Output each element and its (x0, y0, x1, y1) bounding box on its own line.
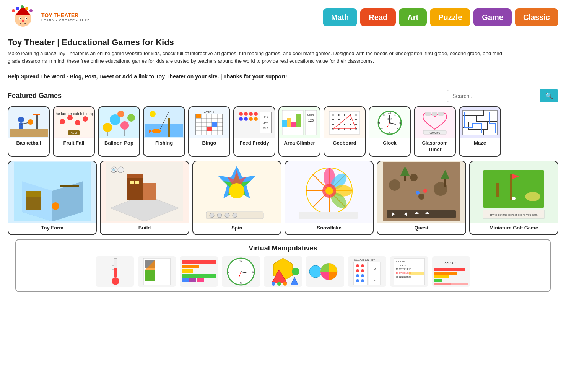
svg-point-66 (254, 117, 258, 121)
game-card-classroom-timer[interactable]: 00:00:01 Classroom Timer (414, 106, 456, 157)
game-card-fruit-fall[interactable]: Help the farmer catch the apples. Start … (53, 106, 95, 157)
svg-point-94 (344, 124, 345, 125)
game-card-area-climber[interactable]: Score 120 Area Climber (278, 106, 320, 157)
game-card-quest[interactable]: Quest (377, 161, 466, 235)
svg-rect-39 (168, 118, 170, 137)
svg-point-237 (356, 264, 359, 267)
svg-text:9: 9 (378, 121, 380, 125)
svg-text:Help the farmer catch the appl: Help the farmer catch the apples. (55, 112, 93, 116)
svg-text:6 7 8 9 10: 6 7 8 9 10 (396, 264, 406, 267)
game-card-miniature-golf[interactable]: Try to get the lowest score you can. Min… (469, 161, 558, 235)
svg-text:1+8= 7: 1+8= 7 (204, 110, 215, 114)
svg-point-239 (356, 269, 359, 272)
game-card-feed-freddy[interactable]: 4+8 3+7 5+6 Feed Freddy (233, 106, 275, 157)
vm-clock[interactable]: 12 3 6 9 (222, 256, 260, 287)
featured-title: Featured Games (8, 92, 62, 100)
search-input[interactable] (447, 90, 538, 102)
game-card-snowflake[interactable]: Snowflake (285, 161, 374, 235)
svg-point-173 (325, 187, 333, 195)
search-button[interactable]: 🔍 (540, 89, 558, 102)
svg-rect-145 (127, 174, 143, 178)
game-card-clock[interactable]: 12 3 6 9 1 11 4 8 3:37 Clock (369, 106, 411, 157)
svg-rect-73 (282, 120, 287, 127)
svg-text:12: 12 (239, 259, 243, 263)
svg-point-83 (338, 114, 340, 116)
nav-game-button[interactable]: Game (473, 8, 512, 26)
nav-art-button[interactable]: Art (399, 8, 427, 26)
nav-classic-button[interactable]: Classic (515, 8, 558, 26)
svg-point-238 (361, 264, 364, 267)
game-card-maze[interactable]: Maze (459, 106, 501, 157)
svg-point-240 (361, 269, 364, 272)
svg-text:Try to get the lowest score yo: Try to get the lowest score you can. (490, 213, 538, 216)
game-label-area-climber: Area Climber (283, 138, 317, 150)
vm-thermometer[interactable] (96, 256, 134, 287)
nav-buttons: Math Read Art Puzzle Game Classic (323, 8, 558, 26)
svg-rect-194 (510, 174, 512, 200)
svg-point-19 (28, 119, 33, 125)
svg-rect-215 (182, 278, 189, 282)
vm-number-line[interactable]: 8300071 (432, 256, 470, 287)
svg-point-63 (239, 117, 243, 121)
svg-rect-146 (143, 183, 156, 200)
game-card-balloon-pop[interactable]: Balloon Pop (98, 106, 140, 157)
svg-text:3: 3 (252, 270, 254, 273)
game-label-fishing: Fishing (154, 138, 174, 150)
svg-rect-208 (145, 270, 155, 281)
svg-point-22 (60, 119, 65, 124)
svg-point-241 (356, 274, 359, 277)
svg-text:Score: Score (307, 114, 314, 116)
svg-point-62 (254, 112, 258, 116)
nav-read-button[interactable]: Read (360, 8, 396, 26)
game-row-1: Basketball Help the farmer catch the app… (8, 106, 558, 157)
logo-sub: LEARN • CREATE • PLAY (41, 18, 89, 22)
svg-point-41 (152, 129, 161, 133)
game-card-toy-form[interactable]: Toy Form (8, 161, 97, 235)
svg-rect-217 (197, 278, 204, 282)
spread-bar: Help Spread The Word - Blog, Post, Tweet… (0, 70, 566, 83)
svg-rect-257 (434, 268, 465, 271)
svg-rect-124 (463, 110, 497, 135)
vm-number-chart[interactable]: 1 2 3 4 5 6 7 8 9 10 11 12 13 14 15 16 1… (390, 256, 428, 287)
svg-point-9 (21, 5, 24, 8)
svg-point-161 (233, 213, 237, 218)
svg-point-31 (120, 121, 129, 130)
svg-point-158 (210, 213, 214, 218)
svg-point-5 (26, 18, 27, 19)
svg-rect-213 (182, 269, 193, 273)
nav-math-button[interactable]: Math (323, 8, 358, 26)
svg-rect-144 (127, 177, 143, 200)
svg-rect-216 (189, 278, 196, 282)
nav-puzzle-button[interactable]: Puzzle (430, 8, 470, 26)
svg-rect-174 (299, 212, 358, 219)
svg-text:-: - (374, 278, 376, 282)
vm-pattern-blocks[interactable] (264, 256, 302, 287)
svg-point-59 (239, 112, 243, 116)
svg-text:Start: Start (71, 132, 78, 135)
game-card-geoboard[interactable]: /* dots rendered below */ (324, 106, 366, 157)
svg-point-95 (350, 124, 351, 125)
svg-point-178 (410, 174, 418, 181)
game-card-basketball[interactable]: Basketball (8, 106, 50, 157)
svg-rect-138 (26, 197, 41, 210)
vm-fraction-circles[interactable] (306, 256, 344, 287)
vm-fraction-bars[interactable] (180, 256, 218, 287)
game-card-spin[interactable]: Spin (192, 161, 281, 235)
game-card-bingo[interactable]: 1+8= 7 Bingo (188, 106, 230, 157)
svg-rect-202 (114, 268, 117, 277)
vm-counting-blocks[interactable]: CLEAR ENTRY 0 - - (348, 256, 386, 287)
svg-text:CLEAR ENTRY: CLEAR ENTRY (354, 258, 376, 262)
logo-area[interactable]: TOY THEATER LEARN • CREATE • PLAY (8, 4, 89, 31)
game-card-build[interactable]: 🔍 Build (100, 161, 189, 235)
vm-area-blocks[interactable] (138, 256, 176, 287)
svg-text:6: 6 (240, 281, 242, 285)
game-card-fishing[interactable]: Fishing (143, 106, 185, 157)
game-label-balloon-pop: Balloon Pop (103, 138, 135, 150)
svg-point-160 (225, 213, 229, 218)
svg-rect-259 (434, 275, 449, 278)
svg-point-177 (389, 179, 400, 191)
svg-point-64 (244, 117, 248, 121)
svg-point-86 (355, 114, 357, 116)
vm-title: Virtual Manipulatives (20, 244, 546, 252)
svg-rect-211 (182, 260, 216, 264)
